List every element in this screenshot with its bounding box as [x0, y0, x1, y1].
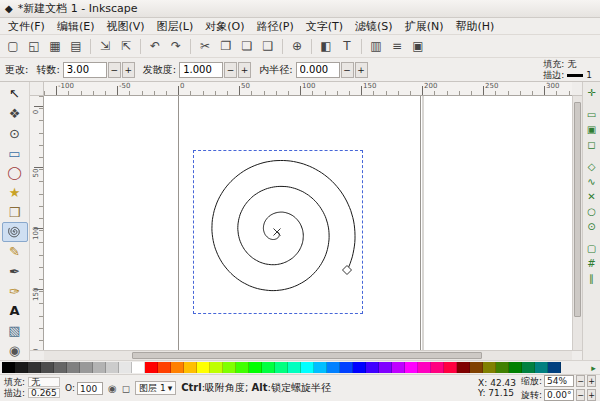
- palette-swatch[interactable]: [171, 362, 184, 373]
- paste-button[interactable]: ❏: [237, 37, 257, 56]
- inner-radius-increase-button[interactable]: +: [355, 62, 368, 78]
- star-tool[interactable]: ★: [2, 183, 28, 203]
- palette-swatch[interactable]: [457, 362, 470, 373]
- horizontal-scrollbar[interactable]: [44, 350, 572, 360]
- new-document-button[interactable]: ▢: [3, 37, 23, 56]
- node-tool[interactable]: ❖: [2, 104, 28, 124]
- open-button[interactable]: ◱: [24, 37, 44, 56]
- duplicate-button[interactable]: ❑: [258, 37, 278, 56]
- palette-swatch[interactable]: [93, 362, 106, 373]
- menu-item[interactable]: 路径(P): [251, 18, 300, 35]
- title-bar[interactable]: ◆ *新建文档 1 - Inkscape: [0, 0, 600, 18]
- snap-path-button[interactable]: ∿: [584, 174, 600, 189]
- xml-editor-button[interactable]: ≡: [387, 37, 407, 56]
- print-button[interactable]: ▤: [66, 37, 86, 56]
- palette-swatch[interactable]: [15, 362, 28, 373]
- palette-swatch[interactable]: [548, 362, 561, 373]
- rotation-decrease-button[interactable]: −: [576, 389, 585, 401]
- snap-grid-button[interactable]: #: [584, 256, 600, 271]
- turns-increase-button[interactable]: +: [122, 62, 135, 78]
- palette-swatch[interactable]: [379, 362, 392, 373]
- palette-swatch[interactable]: [444, 362, 457, 373]
- snap-bbox-corners-button[interactable]: ◻: [584, 137, 600, 152]
- calligraphy-tool[interactable]: ✑: [2, 281, 28, 301]
- divergence-input[interactable]: [179, 62, 223, 78]
- fill-stroke-dialog-button[interactable]: ◧: [316, 37, 336, 56]
- turns-input[interactable]: [63, 62, 107, 78]
- menu-item[interactable]: 扩展(N): [399, 18, 450, 35]
- palette-swatch[interactable]: [431, 362, 444, 373]
- redo-button[interactable]: ↷: [166, 37, 186, 56]
- spiral-center-handle[interactable]: [274, 229, 281, 236]
- export-button[interactable]: ⇱: [116, 37, 136, 56]
- palette-swatch[interactable]: [132, 362, 145, 373]
- palette-swatch[interactable]: [119, 362, 132, 373]
- palette-swatch[interactable]: [353, 362, 366, 373]
- spiral-outer-handle[interactable]: [343, 266, 352, 275]
- layer-lock-icon[interactable]: ◻: [122, 383, 130, 394]
- palette-swatch[interactable]: [249, 362, 262, 373]
- zoom-increase-button[interactable]: +: [587, 375, 596, 387]
- zoom-input[interactable]: 54%: [544, 375, 574, 387]
- zoom-decrease-button[interactable]: −: [576, 375, 585, 387]
- spiral-path[interactable]: [212, 161, 355, 291]
- palette-swatch[interactable]: [145, 362, 158, 373]
- preferences-button[interactable]: ▣: [408, 37, 428, 56]
- rect-tool[interactable]: ▭: [2, 143, 28, 163]
- palette-swatch[interactable]: [288, 362, 301, 373]
- rotation-input[interactable]: 0.00°: [544, 389, 574, 401]
- palette-swatch[interactable]: [392, 362, 405, 373]
- palette-swatch[interactable]: [184, 362, 197, 373]
- menu-item[interactable]: 图层(L): [151, 18, 200, 35]
- palette-scroll-arrow[interactable]: ▸: [587, 362, 600, 374]
- ruler-corner[interactable]: [30, 82, 44, 96]
- select-tool[interactable]: ↖: [2, 84, 28, 104]
- palette-swatch[interactable]: [483, 362, 496, 373]
- snap-bbox-button[interactable]: ▭: [584, 107, 600, 122]
- snap-centers-button[interactable]: ⊙: [584, 219, 600, 234]
- horizontal-ruler[interactable]: -100-50050100150200250300: [44, 82, 572, 96]
- zoom-tool[interactable]: ⊙: [2, 123, 28, 143]
- cut-button[interactable]: ✂: [195, 37, 215, 56]
- snap-toggle-button[interactable]: ✛: [584, 85, 600, 100]
- stroke-swatch[interactable]: [567, 74, 583, 77]
- snap-midpoints-button[interactable]: ○: [584, 204, 600, 219]
- import-button[interactable]: ⇲: [95, 37, 115, 56]
- palette-swatch[interactable]: [223, 362, 236, 373]
- palette-swatch[interactable]: [275, 362, 288, 373]
- menu-item[interactable]: 帮助(H): [449, 18, 500, 35]
- palette-swatch[interactable]: [41, 362, 54, 373]
- turns-decrease-button[interactable]: −: [108, 62, 121, 78]
- menu-item[interactable]: 对象(O): [199, 18, 250, 35]
- snap-guides-button[interactable]: ∥: [584, 271, 600, 286]
- gradient-tool[interactable]: ▧: [2, 321, 28, 341]
- fill-value[interactable]: 无: [567, 59, 576, 70]
- undo-button[interactable]: ↶: [145, 37, 165, 56]
- palette-swatch[interactable]: [418, 362, 431, 373]
- opacity-input[interactable]: 100: [77, 382, 103, 395]
- snap-nodes-button[interactable]: ◇: [584, 159, 600, 174]
- palette-swatch[interactable]: [210, 362, 223, 373]
- style-indicator[interactable]: 填充: 无 描边: 0.265: [4, 377, 60, 399]
- menu-item[interactable]: 文件(F): [2, 18, 51, 35]
- palette-swatch[interactable]: [262, 362, 275, 373]
- menu-item[interactable]: 滤镜(S): [349, 18, 399, 35]
- palette-swatch[interactable]: [236, 362, 249, 373]
- palette-swatch[interactable]: [80, 362, 93, 373]
- align-dialog-button[interactable]: ▥: [366, 37, 386, 56]
- divergence-increase-button[interactable]: +: [238, 62, 251, 78]
- palette-swatch[interactable]: [327, 362, 340, 373]
- box3d-tool[interactable]: ❒: [2, 202, 28, 222]
- palette-swatch[interactable]: [509, 362, 522, 373]
- horizontal-scrollbar-thumb[interactable]: [132, 352, 482, 359]
- palette-swatch[interactable]: [314, 362, 327, 373]
- copy-button[interactable]: ❐: [216, 37, 236, 56]
- layer-selector[interactable]: 图层 1 ▾: [135, 381, 176, 395]
- inner-radius-input[interactable]: [296, 62, 340, 78]
- palette-swatch[interactable]: [54, 362, 67, 373]
- palette-swatch[interactable]: [522, 362, 535, 373]
- vertical-scrollbar-thumb[interactable]: [574, 102, 581, 317]
- text-dialog-button[interactable]: T: [337, 37, 357, 56]
- snap-intersections-button[interactable]: ✕: [584, 189, 600, 204]
- menu-item[interactable]: 文字(T): [300, 18, 349, 35]
